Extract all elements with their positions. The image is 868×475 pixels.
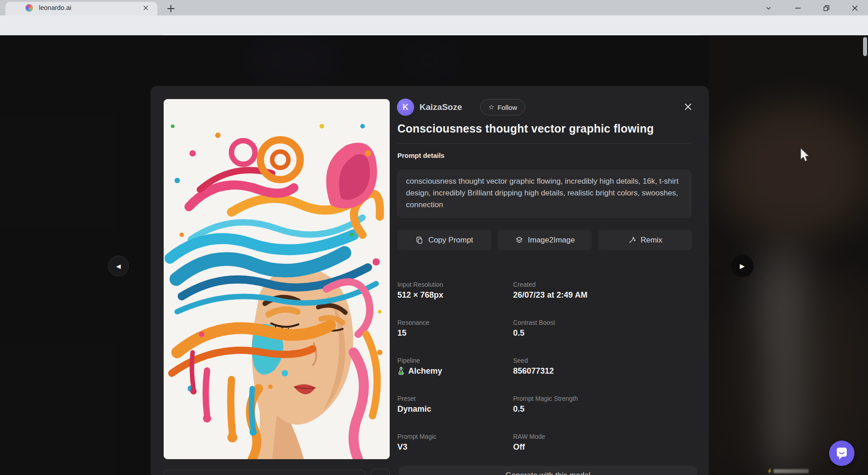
image-detail-modal: K KaizaSoze ☆ Follow Consciousness thoug… xyxy=(151,86,709,475)
magic-wand-icon xyxy=(628,236,636,244)
meta-prompt-magic-strength: Prompt Magic Strength 0.5 xyxy=(513,395,692,433)
metadata-grid: Input Resolution 512 × 768px Created 26/… xyxy=(397,281,692,471)
next-image-button[interactable]: ▶ xyxy=(731,255,754,277)
image2image-label: Image2Image xyxy=(528,236,575,245)
generate-label: Generate with this model xyxy=(505,471,590,475)
copy-prompt-label: Copy Prompt xyxy=(428,236,473,245)
browser-toolbar: app.leonardo.ai VPN xyxy=(0,15,868,35)
creator-name[interactable]: KaizaSoze xyxy=(420,102,462,112)
meta-input-resolution: Input Resolution 512 × 768px xyxy=(397,281,513,319)
partial-square-button[interactable] xyxy=(371,469,390,475)
meta-prompt-magic: Prompt Magic V3 xyxy=(397,433,513,471)
tab-title: leonardo.ai xyxy=(39,4,71,11)
meta-pipeline: Pipeline Alchemy xyxy=(397,357,513,395)
meta-raw-mode: RAW Mode Off xyxy=(513,433,692,471)
support-chat-button[interactable] xyxy=(829,441,854,466)
follow-button[interactable]: ☆ Follow xyxy=(480,99,525,115)
watermark xyxy=(768,467,815,475)
alchemy-flask-icon xyxy=(397,367,405,375)
copy-prompt-button[interactable]: Copy Prompt xyxy=(397,230,491,250)
image-title: Consciousness thought vector graphic flo… xyxy=(397,122,696,135)
divider xyxy=(397,143,691,144)
copy-icon xyxy=(415,236,424,244)
meta-contrast-boost: Contrast Boost 0.5 xyxy=(513,319,692,357)
meta-resonance: Resonance 15 xyxy=(397,319,513,357)
remix-button[interactable]: Remix xyxy=(598,230,692,250)
meta-seed: Seed 856077312 xyxy=(513,357,692,395)
screen: leonardo.ai xyxy=(0,0,868,475)
chevron-left-icon: ◀ xyxy=(116,263,121,270)
creator-row: K KaizaSoze ☆ Follow xyxy=(397,99,695,116)
prompt-text-box: consciousness thought vector graphic flo… xyxy=(397,170,691,218)
partial-image-toolbar[interactable] xyxy=(164,470,365,475)
artwork-illustration xyxy=(164,99,390,459)
tab-close-icon[interactable] xyxy=(142,4,150,12)
new-tab-button[interactable] xyxy=(165,3,176,14)
action-buttons-row: Copy Prompt Image2Image Remix xyxy=(397,230,692,250)
window-close-button[interactable] xyxy=(848,4,862,12)
image2image-button[interactable]: Image2Image xyxy=(498,230,592,250)
generated-image[interactable] xyxy=(164,99,390,459)
prompt-details-heading: Prompt details xyxy=(397,152,444,159)
window-restore-button[interactable] xyxy=(820,4,833,12)
tab-search-chevron-icon[interactable] xyxy=(762,4,775,12)
remix-label: Remix xyxy=(641,236,662,245)
chevron-right-icon: ▶ xyxy=(740,262,745,270)
avatar[interactable]: K xyxy=(397,99,414,116)
page-scrollbar-thumb[interactable] xyxy=(863,37,867,56)
window-minimize-button[interactable] xyxy=(791,4,805,12)
leonardo-favicon-icon xyxy=(25,4,33,12)
meta-created: Created 26/07/23 at 2:49 AM xyxy=(513,281,692,319)
previous-image-button[interactable]: ◀ xyxy=(108,256,129,276)
browser-tabstrip: leonardo.ai xyxy=(0,0,868,15)
meta-preset: Preset Dynamic xyxy=(397,395,513,433)
generate-with-model-button[interactable]: Generate with this model xyxy=(399,466,697,475)
layers-icon xyxy=(515,236,524,244)
star-icon: ☆ xyxy=(488,103,494,111)
lightning-icon xyxy=(768,468,772,474)
chat-bubble-icon xyxy=(835,446,848,460)
mouse-cursor xyxy=(799,147,811,162)
modal-close-icon[interactable] xyxy=(682,100,694,113)
